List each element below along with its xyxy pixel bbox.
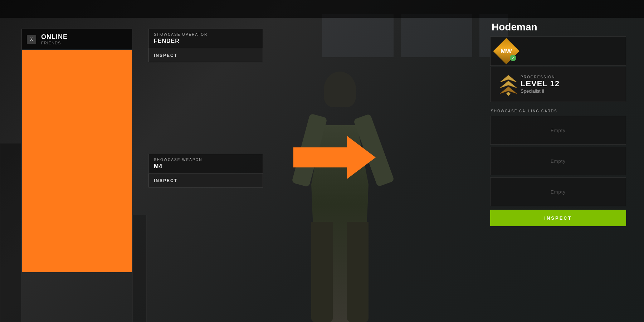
showcase-operator-inspect-button[interactable]: INSPECT xyxy=(148,48,263,62)
showcase-weapon-value: M4 xyxy=(154,163,258,170)
rank-badge-panel: MW ✓ xyxy=(490,36,626,66)
player-name: Hodeman xyxy=(490,21,626,33)
friends-subtitle: FRIENDS xyxy=(41,41,68,45)
calling-card-slot-1[interactable]: Empty xyxy=(490,116,626,145)
showcase-operator-box: SHOWCASE OPERATOR FENDER xyxy=(148,29,263,48)
progression-title: Specialist II xyxy=(521,88,560,94)
calling-card-slot-3[interactable]: Empty xyxy=(490,177,626,206)
friends-list-area xyxy=(22,50,132,272)
arrow-indicator xyxy=(293,136,379,179)
showcase-weapon-box: SHOWCASE WEAPON M4 xyxy=(148,154,263,174)
calling-cards-section: SHOWCASE CALLING CARDS Empty Empty Empty xyxy=(490,109,626,206)
progression-label: PROGRESSION xyxy=(521,75,560,79)
svg-marker-3 xyxy=(506,92,511,96)
rank-verified-icon: ✓ xyxy=(510,55,516,61)
showcase-operator-panel: SHOWCASE OPERATOR FENDER INSPECT xyxy=(148,29,263,62)
inspect-green-button[interactable]: INSPECT xyxy=(490,210,626,226)
chevron-svg xyxy=(496,72,521,97)
calling-card-empty-1: Empty xyxy=(551,128,566,133)
rank-badge-text: MW xyxy=(501,48,512,55)
calling-cards-label: SHOWCASE CALLING CARDS xyxy=(490,109,626,113)
friends-panel: X ONLINE FRIENDS xyxy=(21,29,132,272)
close-button[interactable]: X xyxy=(27,35,36,44)
inspect-green-label: INSPECT xyxy=(544,215,572,221)
friends-status: ONLINE xyxy=(41,33,68,41)
calling-card-empty-3: Empty xyxy=(551,189,566,195)
right-panel: Hodeman MW ✓ PROGRESSION LEVEL 12 Specia… xyxy=(490,21,626,226)
calling-card-empty-2: Empty xyxy=(551,158,566,164)
progression-info: PROGRESSION LEVEL 12 Specialist II xyxy=(521,75,560,94)
rank-chevron-icon xyxy=(496,72,521,97)
showcase-operator-value: FENDER xyxy=(154,38,258,44)
showcase-operator-inspect-label: INSPECT xyxy=(154,53,177,58)
showcase-weapon-panel: SHOWCASE WEAPON M4 INSPECT xyxy=(148,154,263,187)
rank-badge: MW ✓ xyxy=(496,40,517,62)
showcase-operator-label: SHOWCASE OPERATOR xyxy=(154,33,258,36)
top-bar xyxy=(0,0,644,18)
showcase-weapon-label: SHOWCASE WEAPON xyxy=(154,158,258,162)
progression-panel: PROGRESSION LEVEL 12 Specialist II xyxy=(490,67,626,102)
calling-card-slot-2[interactable]: Empty xyxy=(490,147,626,175)
friends-header: X ONLINE FRIENDS xyxy=(22,29,132,50)
showcase-weapon-inspect-button[interactable]: INSPECT xyxy=(148,174,263,187)
showcase-weapon-inspect-label: INSPECT xyxy=(154,178,177,183)
progression-level: LEVEL 12 xyxy=(521,79,560,88)
